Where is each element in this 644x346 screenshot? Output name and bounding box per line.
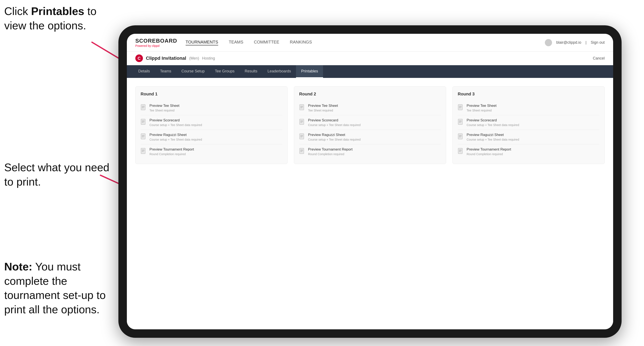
- svg-rect-32: [300, 148, 304, 154]
- brand: SCOREBOARD Powered by clippd: [135, 38, 177, 47]
- print-item-r3-4[interactable]: Preview Tournament ReportRound Completio…: [458, 144, 600, 159]
- print-item-r2-1[interactable]: Preview Tee SheetTee Sheet required: [299, 101, 441, 115]
- nav-right: blair@clippd.io | Sign out: [545, 39, 605, 46]
- top-nav: SCOREBOARD Powered by clippd TOURNAMENTS…: [127, 34, 613, 51]
- print-item-name-r2-2: Preview Scorecard: [308, 118, 360, 122]
- round-1-section: Round 1 Preview Tee SheetTee Sheet requi…: [135, 86, 288, 164]
- tournament-title: Clippd Invitational: [146, 55, 186, 61]
- print-item-req-r3-1: Tee Sheet required: [466, 109, 496, 112]
- print-item-r1-1[interactable]: Preview Tee SheetTee Sheet required: [140, 101, 282, 115]
- print-item-name-r1-3: Preview Raguzzi Sheet: [150, 133, 202, 137]
- print-item-text-r1-2: Preview ScorecardCourse setup + Tee Shee…: [150, 118, 202, 127]
- print-item-req-r3-3: Course setup + Tee Sheet data required: [466, 138, 519, 141]
- brand-sub: Powered by clippd: [135, 44, 177, 47]
- print-item-req-r3-2: Course setup + Tee Sheet data required: [466, 123, 519, 127]
- print-item-text-r2-2: Preview ScorecardCourse setup + Tee Shee…: [308, 118, 360, 127]
- document-icon: [299, 104, 305, 111]
- nav-separator: |: [586, 40, 586, 45]
- tab-bar: Details Teams Course Setup Tee Groups Re…: [127, 65, 613, 78]
- nav-rankings[interactable]: RANKINGS: [290, 40, 312, 45]
- annotation-top-bold: Printables: [31, 5, 84, 17]
- print-item-name-r3-3: Preview Raguzzi Sheet: [466, 133, 519, 137]
- print-item-req-r2-3: Course setup + Tee Sheet data required: [308, 138, 360, 141]
- round-2-section: Round 2 Preview Tee SheetTee Sheet requi…: [294, 86, 446, 164]
- svg-rect-16: [141, 148, 145, 154]
- annotation-middle-text: Select what you need to print.: [4, 161, 109, 188]
- main-content: Round 1 Preview Tee SheetTee Sheet requi…: [127, 78, 613, 329]
- print-item-name-r2-3: Preview Raguzzi Sheet: [308, 133, 360, 137]
- tab-teams[interactable]: Teams: [155, 65, 176, 78]
- print-item-req-r2-1: Tee Sheet required: [308, 109, 338, 112]
- print-item-r3-1[interactable]: Preview Tee SheetTee Sheet required: [458, 101, 600, 115]
- nav-tournaments[interactable]: TOURNAMENTS: [186, 40, 218, 45]
- svg-rect-4: [141, 105, 145, 110]
- document-icon: [458, 133, 464, 140]
- rounds-grid: Round 1 Preview Tee SheetTee Sheet requi…: [135, 86, 605, 164]
- print-item-r1-3[interactable]: Preview Raguzzi SheetCourse setup + Tee …: [140, 130, 282, 144]
- print-item-req-r1-1: Tee Sheet required: [150, 109, 179, 112]
- tab-tee-groups[interactable]: Tee Groups: [210, 65, 240, 78]
- tournament-status: Hosting: [202, 56, 215, 61]
- print-item-text-r1-3: Preview Raguzzi SheetCourse setup + Tee …: [150, 133, 202, 141]
- print-item-name-r2-1: Preview Tee Sheet: [308, 104, 338, 108]
- nav-committee[interactable]: COMMITTEE: [254, 40, 279, 45]
- print-item-text-r3-2: Preview ScorecardCourse setup + Tee Shee…: [466, 118, 519, 127]
- document-icon: [140, 104, 146, 111]
- print-item-text-r1-1: Preview Tee SheetTee Sheet required: [150, 104, 179, 112]
- print-item-text-r3-3: Preview Raguzzi SheetCourse setup + Tee …: [466, 133, 519, 141]
- annotation-bottom-bold: Note:: [4, 261, 32, 273]
- print-item-req-r1-4: Round Completion required: [150, 153, 194, 156]
- sub-header: C Clippd Invitational (Men) Hosting Canc…: [127, 51, 613, 65]
- print-item-text-r3-1: Preview Tee SheetTee Sheet required: [466, 104, 496, 112]
- print-item-name-r3-2: Preview Scorecard: [466, 118, 519, 122]
- tab-leaderboards[interactable]: Leaderboards: [262, 65, 296, 78]
- document-icon: [140, 133, 146, 140]
- svg-rect-12: [141, 134, 145, 139]
- svg-rect-36: [458, 105, 462, 110]
- app-container: SCOREBOARD Powered by clippd TOURNAMENTS…: [127, 34, 613, 329]
- print-item-r3-3[interactable]: Preview Raguzzi SheetCourse setup + Tee …: [458, 130, 600, 144]
- tournament-name: C Clippd Invitational (Men) Hosting: [135, 54, 215, 62]
- round-3-section: Round 3 Preview Tee SheetTee Sheet requi…: [452, 86, 605, 164]
- print-item-name-r1-1: Preview Tee Sheet: [150, 104, 179, 108]
- print-item-name-r1-2: Preview Scorecard: [150, 118, 202, 122]
- print-item-r2-4[interactable]: Preview Tournament ReportRound Completio…: [299, 144, 441, 159]
- cancel-button[interactable]: Cancel: [593, 56, 605, 61]
- annotation-bottom: Note: You must complete the tournament s…: [4, 260, 118, 317]
- print-item-r1-2[interactable]: Preview ScorecardCourse setup + Tee Shee…: [140, 115, 282, 130]
- print-item-text-r1-4: Preview Tournament ReportRound Completio…: [150, 147, 194, 156]
- print-item-name-r2-4: Preview Tournament Report: [308, 147, 352, 152]
- tournament-division: (Men): [189, 56, 199, 61]
- document-icon: [458, 148, 464, 155]
- tab-printables[interactable]: Printables: [296, 65, 323, 78]
- tab-results[interactable]: Results: [240, 65, 262, 78]
- print-item-name-r3-1: Preview Tee Sheet: [466, 104, 496, 108]
- round-2-title: Round 2: [299, 92, 441, 96]
- round-1-title: Round 1: [140, 92, 282, 96]
- print-item-name-r1-4: Preview Tournament Report: [150, 147, 194, 152]
- print-item-req-r1-2: Course setup + Tee Sheet data required: [150, 123, 202, 127]
- svg-rect-44: [458, 134, 462, 139]
- nav-teams[interactable]: TEAMS: [229, 40, 243, 45]
- print-item-text-r2-1: Preview Tee SheetTee Sheet required: [308, 104, 338, 112]
- svg-rect-48: [458, 148, 462, 154]
- nav-top-row: SCOREBOARD Powered by clippd TOURNAMENTS…: [135, 38, 312, 47]
- svg-rect-28: [300, 134, 304, 139]
- print-item-name-r3-4: Preview Tournament Report: [466, 147, 511, 152]
- print-item-text-r3-4: Preview Tournament ReportRound Completio…: [466, 147, 511, 156]
- tab-course-setup[interactable]: Course Setup: [176, 65, 210, 78]
- svg-rect-24: [300, 119, 304, 125]
- print-item-r2-2[interactable]: Preview ScorecardCourse setup + Tee Shee…: [299, 115, 441, 130]
- document-icon: [458, 104, 464, 111]
- tab-details[interactable]: Details: [133, 65, 155, 78]
- print-item-r3-2[interactable]: Preview ScorecardCourse setup + Tee Shee…: [458, 115, 600, 130]
- document-icon: [299, 148, 305, 155]
- print-item-r1-4[interactable]: Preview Tournament ReportRound Completio…: [140, 144, 282, 159]
- print-item-r2-3[interactable]: Preview Raguzzi SheetCourse setup + Tee …: [299, 130, 441, 144]
- tablet-screen: SCOREBOARD Powered by clippd TOURNAMENTS…: [127, 34, 613, 329]
- svg-rect-8: [141, 119, 145, 125]
- print-item-text-r2-4: Preview Tournament ReportRound Completio…: [308, 147, 352, 156]
- nav-signout[interactable]: Sign out: [591, 40, 605, 45]
- nav-user-email: blair@clippd.io: [556, 40, 581, 45]
- svg-rect-20: [300, 105, 304, 110]
